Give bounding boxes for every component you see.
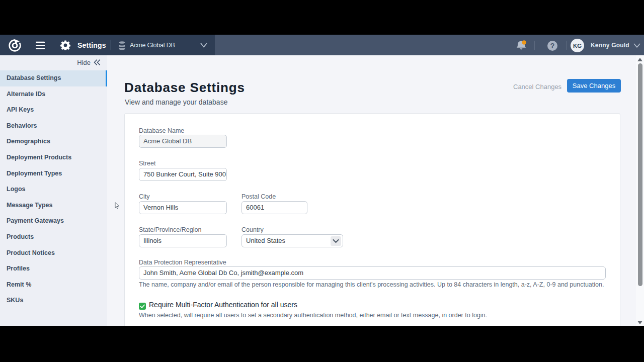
svg-text:?: ? <box>550 42 555 50</box>
svg-text:KG: KG <box>573 43 582 49</box>
